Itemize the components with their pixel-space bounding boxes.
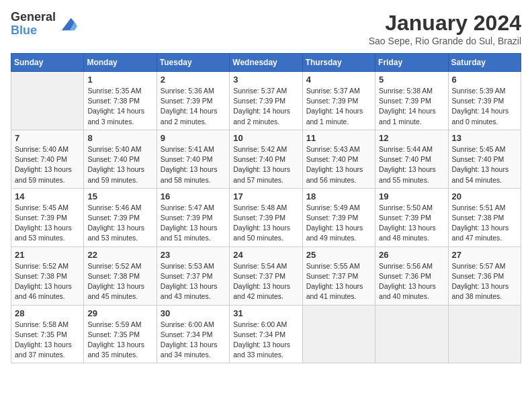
day-number: 8 bbox=[87, 133, 152, 143]
day-cell: 9Sunrise: 5:41 AM Sunset: 7:40 PM Daylig… bbox=[157, 130, 229, 188]
day-info: Sunrise: 5:36 AM Sunset: 7:39 PM Dayligh… bbox=[161, 86, 226, 127]
week-row-4: 21Sunrise: 5:52 AM Sunset: 7:38 PM Dayli… bbox=[11, 246, 521, 305]
day-number: 26 bbox=[379, 250, 444, 260]
day-number: 21 bbox=[15, 250, 80, 260]
day-number: 3 bbox=[233, 75, 298, 85]
day-cell: 13Sunrise: 5:45 AM Sunset: 7:40 PM Dayli… bbox=[448, 130, 521, 188]
day-cell: 11Sunrise: 5:43 AM Sunset: 7:40 PM Dayli… bbox=[302, 130, 375, 188]
calendar-subtitle: Sao Sepe, Rio Grande do Sul, Brazil bbox=[369, 36, 521, 46]
day-info: Sunrise: 6:00 AM Sunset: 7:34 PM Dayligh… bbox=[233, 320, 298, 361]
logo: General Blue bbox=[11, 11, 77, 38]
day-info: Sunrise: 5:38 AM Sunset: 7:39 PM Dayligh… bbox=[379, 86, 444, 127]
day-number: 13 bbox=[452, 133, 517, 143]
logo-icon bbox=[58, 15, 77, 34]
day-info: Sunrise: 5:35 AM Sunset: 7:38 PM Dayligh… bbox=[87, 86, 152, 127]
day-cell: 20Sunrise: 5:51 AM Sunset: 7:38 PM Dayli… bbox=[448, 188, 521, 246]
day-info: Sunrise: 5:45 AM Sunset: 7:40 PM Dayligh… bbox=[452, 144, 517, 185]
day-cell: 10Sunrise: 5:42 AM Sunset: 7:40 PM Dayli… bbox=[230, 130, 302, 188]
day-cell: 30Sunrise: 6:00 AM Sunset: 7:34 PM Dayli… bbox=[157, 305, 229, 363]
day-number: 15 bbox=[87, 191, 152, 201]
day-number: 11 bbox=[306, 133, 371, 143]
header-cell-friday: Friday bbox=[375, 54, 448, 72]
day-number: 19 bbox=[379, 191, 444, 201]
day-cell: 6Sunrise: 5:39 AM Sunset: 7:39 PM Daylig… bbox=[448, 72, 521, 130]
day-number: 30 bbox=[161, 308, 226, 318]
day-info: Sunrise: 5:37 AM Sunset: 7:39 PM Dayligh… bbox=[233, 86, 298, 127]
header-cell-saturday: Saturday bbox=[448, 54, 521, 72]
day-cell: 19Sunrise: 5:50 AM Sunset: 7:39 PM Dayli… bbox=[375, 188, 448, 246]
calendar-table: SundayMondayTuesdayWednesdayThursdayFrid… bbox=[11, 53, 521, 363]
header-cell-thursday: Thursday bbox=[302, 54, 375, 72]
day-cell: 23Sunrise: 5:53 AM Sunset: 7:37 PM Dayli… bbox=[157, 246, 229, 305]
day-number: 12 bbox=[379, 133, 444, 143]
calendar-title: January 2024 bbox=[369, 11, 521, 36]
day-cell: 12Sunrise: 5:44 AM Sunset: 7:40 PM Dayli… bbox=[375, 130, 448, 188]
day-info: Sunrise: 5:42 AM Sunset: 7:40 PM Dayligh… bbox=[233, 144, 298, 185]
day-info: Sunrise: 5:43 AM Sunset: 7:40 PM Dayligh… bbox=[306, 144, 371, 185]
day-info: Sunrise: 5:37 AM Sunset: 7:39 PM Dayligh… bbox=[306, 86, 371, 127]
day-info: Sunrise: 5:56 AM Sunset: 7:36 PM Dayligh… bbox=[379, 261, 444, 302]
day-cell: 3Sunrise: 5:37 AM Sunset: 7:39 PM Daylig… bbox=[230, 72, 302, 130]
day-info: Sunrise: 5:40 AM Sunset: 7:40 PM Dayligh… bbox=[87, 144, 152, 185]
day-number: 28 bbox=[15, 308, 80, 318]
day-cell: 18Sunrise: 5:49 AM Sunset: 7:39 PM Dayli… bbox=[302, 188, 375, 246]
day-cell: 2Sunrise: 5:36 AM Sunset: 7:39 PM Daylig… bbox=[157, 72, 229, 130]
day-cell: 8Sunrise: 5:40 AM Sunset: 7:40 PM Daylig… bbox=[84, 130, 157, 188]
header-cell-wednesday: Wednesday bbox=[230, 54, 302, 72]
day-number: 10 bbox=[233, 133, 298, 143]
day-number: 18 bbox=[306, 191, 371, 201]
week-row-3: 14Sunrise: 5:45 AM Sunset: 7:39 PM Dayli… bbox=[11, 188, 521, 246]
day-number: 31 bbox=[233, 308, 298, 318]
day-number: 9 bbox=[161, 133, 226, 143]
day-info: Sunrise: 5:52 AM Sunset: 7:38 PM Dayligh… bbox=[15, 261, 80, 302]
day-info: Sunrise: 6:00 AM Sunset: 7:34 PM Dayligh… bbox=[161, 320, 226, 361]
day-info: Sunrise: 5:40 AM Sunset: 7:40 PM Dayligh… bbox=[15, 144, 80, 185]
day-info: Sunrise: 5:44 AM Sunset: 7:40 PM Dayligh… bbox=[379, 144, 444, 185]
day-cell: 29Sunrise: 5:59 AM Sunset: 7:35 PM Dayli… bbox=[84, 305, 157, 363]
day-number: 17 bbox=[233, 191, 298, 201]
day-info: Sunrise: 5:59 AM Sunset: 7:35 PM Dayligh… bbox=[87, 320, 152, 361]
day-number: 29 bbox=[87, 308, 152, 318]
week-row-2: 7Sunrise: 5:40 AM Sunset: 7:40 PM Daylig… bbox=[11, 130, 521, 188]
day-info: Sunrise: 5:52 AM Sunset: 7:38 PM Dayligh… bbox=[87, 261, 152, 302]
day-cell: 27Sunrise: 5:57 AM Sunset: 7:36 PM Dayli… bbox=[448, 246, 521, 305]
header-row: SundayMondayTuesdayWednesdayThursdayFrid… bbox=[11, 54, 521, 72]
day-cell: 17Sunrise: 5:48 AM Sunset: 7:39 PM Dayli… bbox=[230, 188, 302, 246]
day-cell: 31Sunrise: 6:00 AM Sunset: 7:34 PM Dayli… bbox=[230, 305, 302, 363]
day-info: Sunrise: 5:45 AM Sunset: 7:39 PM Dayligh… bbox=[15, 203, 80, 244]
header-cell-sunday: Sunday bbox=[11, 54, 84, 72]
day-cell: 24Sunrise: 5:54 AM Sunset: 7:37 PM Dayli… bbox=[230, 246, 302, 305]
day-number: 1 bbox=[87, 75, 152, 85]
day-info: Sunrise: 5:51 AM Sunset: 7:38 PM Dayligh… bbox=[452, 203, 517, 244]
day-info: Sunrise: 5:48 AM Sunset: 7:39 PM Dayligh… bbox=[233, 203, 298, 244]
day-cell: 1Sunrise: 5:35 AM Sunset: 7:38 PM Daylig… bbox=[84, 72, 157, 130]
day-number: 25 bbox=[306, 250, 371, 260]
page-header: General Blue January 2024 Sao Sepe, Rio … bbox=[11, 11, 521, 46]
day-number: 22 bbox=[87, 250, 152, 260]
day-cell: 7Sunrise: 5:40 AM Sunset: 7:40 PM Daylig… bbox=[11, 130, 84, 188]
day-info: Sunrise: 5:50 AM Sunset: 7:39 PM Dayligh… bbox=[379, 203, 444, 244]
day-cell bbox=[302, 305, 375, 363]
header-cell-monday: Monday bbox=[84, 54, 157, 72]
day-cell: 25Sunrise: 5:55 AM Sunset: 7:37 PM Dayli… bbox=[302, 246, 375, 305]
day-cell: 28Sunrise: 5:58 AM Sunset: 7:35 PM Dayli… bbox=[11, 305, 84, 363]
day-number: 7 bbox=[15, 133, 80, 143]
day-number: 20 bbox=[452, 191, 517, 201]
day-number: 5 bbox=[379, 75, 444, 85]
day-info: Sunrise: 5:46 AM Sunset: 7:39 PM Dayligh… bbox=[87, 203, 152, 244]
day-cell: 5Sunrise: 5:38 AM Sunset: 7:39 PM Daylig… bbox=[375, 72, 448, 130]
day-number: 27 bbox=[452, 250, 517, 260]
day-info: Sunrise: 5:41 AM Sunset: 7:40 PM Dayligh… bbox=[161, 144, 226, 185]
day-cell bbox=[375, 305, 448, 363]
day-number: 2 bbox=[161, 75, 226, 85]
day-info: Sunrise: 5:55 AM Sunset: 7:37 PM Dayligh… bbox=[306, 261, 371, 302]
day-cell: 22Sunrise: 5:52 AM Sunset: 7:38 PM Dayli… bbox=[84, 246, 157, 305]
day-info: Sunrise: 5:47 AM Sunset: 7:39 PM Dayligh… bbox=[161, 203, 226, 244]
day-cell bbox=[448, 305, 521, 363]
day-info: Sunrise: 5:53 AM Sunset: 7:37 PM Dayligh… bbox=[161, 261, 226, 302]
day-info: Sunrise: 5:54 AM Sunset: 7:37 PM Dayligh… bbox=[233, 261, 298, 302]
day-cell: 16Sunrise: 5:47 AM Sunset: 7:39 PM Dayli… bbox=[157, 188, 229, 246]
day-cell: 4Sunrise: 5:37 AM Sunset: 7:39 PM Daylig… bbox=[302, 72, 375, 130]
day-number: 24 bbox=[233, 250, 298, 260]
day-number: 4 bbox=[306, 75, 371, 85]
